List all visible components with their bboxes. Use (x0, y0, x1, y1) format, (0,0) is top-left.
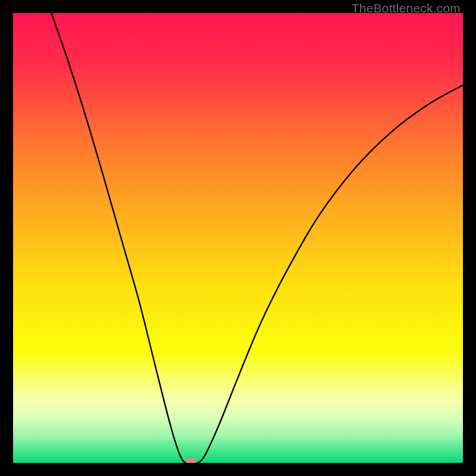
optimum-marker (186, 458, 196, 463)
bottleneck-chart (13, 13, 463, 463)
gradient-background (13, 13, 463, 463)
chart-frame (13, 13, 463, 463)
